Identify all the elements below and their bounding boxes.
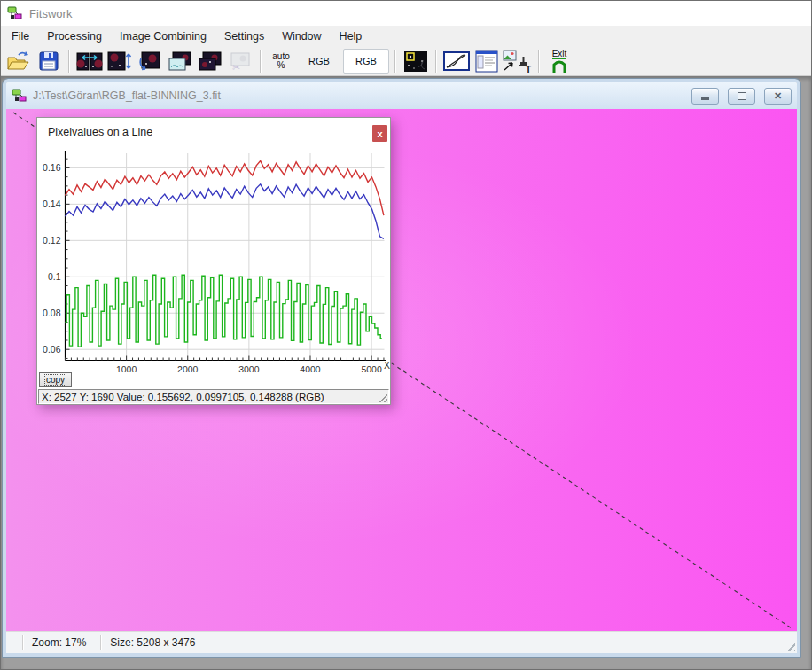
toolbar-separator (538, 50, 540, 73)
rgb-button-1[interactable]: RGB (297, 48, 341, 74)
main-toolbar: ✂ auto % RGB RGB (1, 47, 811, 76)
image-combine-icon (198, 51, 223, 72)
save-icon (38, 51, 59, 72)
crop-button[interactable]: ✂ (226, 48, 254, 74)
image-combine-button[interactable] (196, 48, 224, 74)
menu-item-file[interactable]: File (3, 27, 38, 46)
svg-text:0.12: 0.12 (43, 235, 61, 245)
menu-item-help[interactable]: Help (331, 27, 371, 46)
main-titlebar[interactable]: Fitswork (1, 1, 811, 26)
menu-item-processing[interactable]: Processing (38, 27, 111, 46)
exit-button[interactable]: Exit (545, 48, 574, 74)
exit-door-icon (550, 59, 568, 74)
copy-label: copy (45, 375, 66, 385)
image-size: Size: 5208 x 3476 (110, 636, 195, 649)
toolbar-separator (435, 50, 437, 73)
flip-vertical-icon (107, 51, 132, 72)
resize-grip[interactable] (784, 640, 795, 651)
close-window-button[interactable]: ✕ (764, 88, 792, 105)
menu-bar: FileProcessingImage CombiningSettingsWin… (1, 26, 811, 47)
histogram-button[interactable] (442, 48, 471, 74)
minimize-button[interactable] (691, 88, 719, 105)
rotate-icon (137, 51, 162, 72)
open-icon (7, 51, 30, 72)
image-copy-button[interactable] (166, 48, 194, 74)
annotate-button[interactable]: T (503, 48, 533, 74)
app-window: Fitswork FileProcessingImage CombiningSe… (0, 0, 812, 670)
save-button[interactable] (35, 48, 63, 74)
toolbar-separator (394, 50, 396, 73)
svg-text:0.06: 0.06 (43, 344, 61, 354)
svg-text:T: T (526, 65, 531, 73)
menu-item-settings[interactable]: Settings (215, 27, 273, 46)
svg-text:1000: 1000 (116, 364, 137, 373)
image-copy-icon (168, 51, 192, 72)
svg-text:0.1: 0.1 (48, 271, 61, 282)
svg-text:0.08: 0.08 (43, 308, 61, 318)
svg-text:X: X (384, 360, 390, 370)
image-window-titlebar[interactable]: J:\Test\Göran\RGB_flat-BINNING_3.fit ✕ (6, 82, 797, 109)
flip-horizontal-icon (76, 51, 103, 72)
svg-text:2000: 2000 (177, 364, 199, 373)
menu-item-window[interactable]: Window (273, 27, 330, 46)
rgb-label-1: RGB (308, 56, 330, 66)
minimize-icon (701, 97, 709, 100)
open-button[interactable] (4, 48, 33, 74)
image-window-title: J:\Test\Göran\RGB_flat-BINNING_3.fit (33, 90, 683, 102)
toolbar-separator (260, 50, 262, 73)
fits-header-button[interactable] (472, 48, 501, 74)
pixel-values-dialog: Pixelvalues on a Line x 0.160.140.120.10… (36, 117, 391, 405)
auto-scale-percent: % (277, 61, 285, 70)
statusbar-separator (22, 635, 24, 650)
pixel-values-chart: 0.160.140.120.10.080.0610002000300040005… (37, 118, 392, 372)
crop-scissors-icon: ✂ (228, 51, 253, 72)
menu-item-image-combining[interactable]: Image Combining (111, 27, 215, 46)
cursor-readout: X: 2527 Y: 1690 Value: 0.155692, 0.09971… (42, 392, 324, 402)
copy-button[interactable]: copy (39, 372, 72, 387)
svg-text:5000: 5000 (361, 364, 382, 373)
svg-text:0.14: 0.14 (43, 199, 61, 209)
toolbar-separator (68, 50, 70, 73)
statusbar-separator (100, 635, 102, 650)
auto-scale-button[interactable]: auto % (267, 48, 295, 74)
star-detect-button[interactable] (402, 48, 430, 74)
restore-button[interactable] (728, 88, 755, 105)
dialog-statusbar: X: 2527 Y: 1690 Value: 0.155692, 0.09971… (38, 389, 389, 404)
svg-text:3000: 3000 (238, 364, 260, 373)
flip-vertical-button[interactable] (105, 48, 134, 74)
close-icon: ✕ (774, 91, 782, 100)
histogram-icon (443, 51, 470, 72)
image-window-statusbar: Zoom: 17% Size: 5208 x 3476 (6, 631, 797, 653)
fits-header-icon (474, 50, 499, 73)
star-detect-icon (403, 50, 428, 73)
rgb-label-2: RGB (355, 56, 377, 66)
dialog-resize-grip[interactable] (378, 393, 387, 402)
svg-text:✂: ✂ (232, 62, 240, 72)
exit-label: Exit (552, 50, 567, 59)
svg-text:0.16: 0.16 (43, 162, 61, 173)
svg-text:4000: 4000 (300, 364, 321, 373)
app-title: Fitswork (29, 7, 72, 20)
mdi-workspace: J:\Test\Göran\RGB_flat-BINNING_3.fit ✕ Z… (1, 76, 811, 669)
annotate-icon: T (503, 50, 533, 73)
zoom-level: Zoom: 17% (32, 636, 86, 649)
flip-horizontal-button[interactable] (75, 48, 104, 74)
rgb-button-2[interactable]: RGB (343, 49, 389, 74)
fitswork-logo-icon (12, 89, 27, 103)
restore-icon (738, 92, 746, 100)
fitswork-logo-icon (7, 6, 22, 20)
rotate-button[interactable] (136, 48, 164, 74)
